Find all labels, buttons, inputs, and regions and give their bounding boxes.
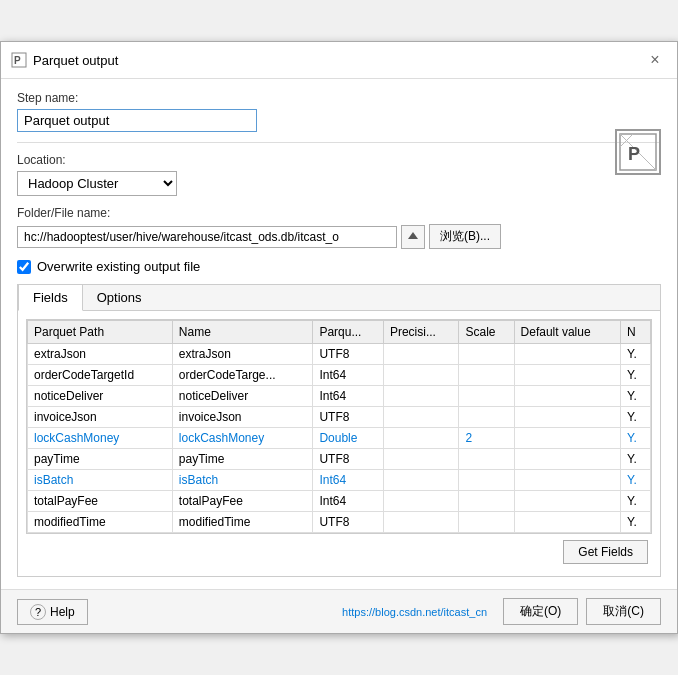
table-cell: orderCodeTarge... (172, 365, 313, 386)
svg-text:P: P (14, 55, 21, 66)
table-cell (383, 365, 459, 386)
location-label: Location: (17, 153, 661, 167)
table-cell (459, 386, 514, 407)
table-cell: Y. (621, 344, 651, 365)
table-cell (459, 407, 514, 428)
table-cell: Int64 (313, 386, 383, 407)
table-cell: lockCashMoney (28, 428, 173, 449)
table-cell (459, 491, 514, 512)
folder-control: 浏览(B)... (17, 224, 661, 249)
overwrite-checkbox[interactable] (17, 260, 31, 274)
table-cell: 2 (459, 428, 514, 449)
table-cell: lockCashMoney (172, 428, 313, 449)
location-control: Hadoop Cluster Local (17, 171, 661, 196)
location-select[interactable]: Hadoop Cluster Local (17, 171, 177, 196)
table-row: invoiceJsoninvoiceJsonUTF8Y. (28, 407, 651, 428)
col-scale: Scale (459, 321, 514, 344)
table-cell: Y. (621, 449, 651, 470)
overwrite-row: Overwrite existing output file (17, 259, 661, 274)
table-cell: Y. (621, 470, 651, 491)
browse-icon-button[interactable] (401, 225, 425, 249)
table-cell (459, 449, 514, 470)
col-parquet-path: Parquet Path (28, 321, 173, 344)
table-cell: Y. (621, 365, 651, 386)
table-cell (459, 512, 514, 533)
table-row: lockCashMoneylockCashMoneyDouble2Y. (28, 428, 651, 449)
table-cell: Int64 (313, 365, 383, 386)
table-cell: isBatch (172, 470, 313, 491)
parquet-output-dialog: P Parquet output × P Step name: Location… (0, 41, 678, 634)
table-cell: payTime (28, 449, 173, 470)
help-button[interactable]: ? Help (17, 599, 88, 625)
table-cell: UTF8 (313, 407, 383, 428)
table-cell: noticeDeliver (28, 386, 173, 407)
footer-right: https://blog.csdn.net/itcast_cn 确定(O) 取消… (342, 598, 661, 625)
table-cell (514, 449, 620, 470)
table-cell: isBatch (28, 470, 173, 491)
parquet-brand-icon: P (615, 129, 661, 175)
table-cell: extraJson (28, 344, 173, 365)
table-cell: Y. (621, 428, 651, 449)
table-cell: extraJson (172, 344, 313, 365)
browse-button[interactable]: 浏览(B)... (429, 224, 501, 249)
table-cell: invoiceJson (28, 407, 173, 428)
table-cell (514, 470, 620, 491)
table-row: totalPayFeetotalPayFeeInt64Y. (28, 491, 651, 512)
dialog-title: Parquet output (33, 53, 118, 68)
overwrite-label: Overwrite existing output file (37, 259, 200, 274)
svg-text:P: P (628, 144, 640, 164)
get-fields-button[interactable]: Get Fields (563, 540, 648, 564)
table-cell (459, 365, 514, 386)
tab-header: Fields Options (18, 285, 660, 311)
step-name-input[interactable] (17, 109, 257, 132)
table-cell (383, 344, 459, 365)
tab-fields[interactable]: Fields (18, 285, 83, 311)
col-parqu: Parqu... (313, 321, 383, 344)
table-cell: Y. (621, 386, 651, 407)
footer-left: ? Help (17, 599, 88, 625)
folder-input[interactable] (17, 226, 397, 248)
table-cell: noticeDeliver (172, 386, 313, 407)
help-icon: ? (30, 604, 46, 620)
table-cell: Y. (621, 512, 651, 533)
table-row: payTimepayTimeUTF8Y. (28, 449, 651, 470)
table-row: noticeDelivernoticeDeliverInt64Y. (28, 386, 651, 407)
table-cell: payTime (172, 449, 313, 470)
ok-button[interactable]: 确定(O) (503, 598, 578, 625)
table-cell: Int64 (313, 470, 383, 491)
table-header-row: Parquet Path Name Parqu... Precisi... Sc… (28, 321, 651, 344)
get-fields-row: Get Fields (26, 534, 652, 568)
tabs-container: Fields Options Parquet Path Name Parqu..… (17, 284, 661, 577)
table-cell (514, 344, 620, 365)
table-row: extraJsonextraJsonUTF8Y. (28, 344, 651, 365)
title-bar-left: P Parquet output (11, 52, 118, 68)
table-cell (383, 407, 459, 428)
table-row: isBatchisBatchInt64Y. (28, 470, 651, 491)
table-cell: Int64 (313, 491, 383, 512)
table-cell (383, 449, 459, 470)
close-button[interactable]: × (643, 48, 667, 72)
table-cell (514, 428, 620, 449)
table-cell (459, 344, 514, 365)
help-label: Help (50, 605, 75, 619)
table-cell (514, 512, 620, 533)
col-default-value: Default value (514, 321, 620, 344)
cancel-button[interactable]: 取消(C) (586, 598, 661, 625)
col-precisi: Precisi... (383, 321, 459, 344)
table-cell (383, 386, 459, 407)
tab-options[interactable]: Options (83, 285, 156, 310)
table-cell (459, 470, 514, 491)
location-row: Location: Hadoop Cluster Local (17, 153, 661, 196)
table-cell (514, 386, 620, 407)
title-bar: P Parquet output × (1, 42, 677, 79)
col-name: Name (172, 321, 313, 344)
table-cell (383, 428, 459, 449)
table-cell: Y. (621, 491, 651, 512)
step-name-row: Step name: (17, 91, 661, 132)
fields-table-body: extraJsonextraJsonUTF8Y.orderCodeTargetI… (28, 344, 651, 533)
separator-1 (17, 142, 661, 143)
table-cell: UTF8 (313, 344, 383, 365)
table-cell: modifiedTime (172, 512, 313, 533)
parquet-title-icon: P (11, 52, 27, 68)
table-cell: modifiedTime (28, 512, 173, 533)
